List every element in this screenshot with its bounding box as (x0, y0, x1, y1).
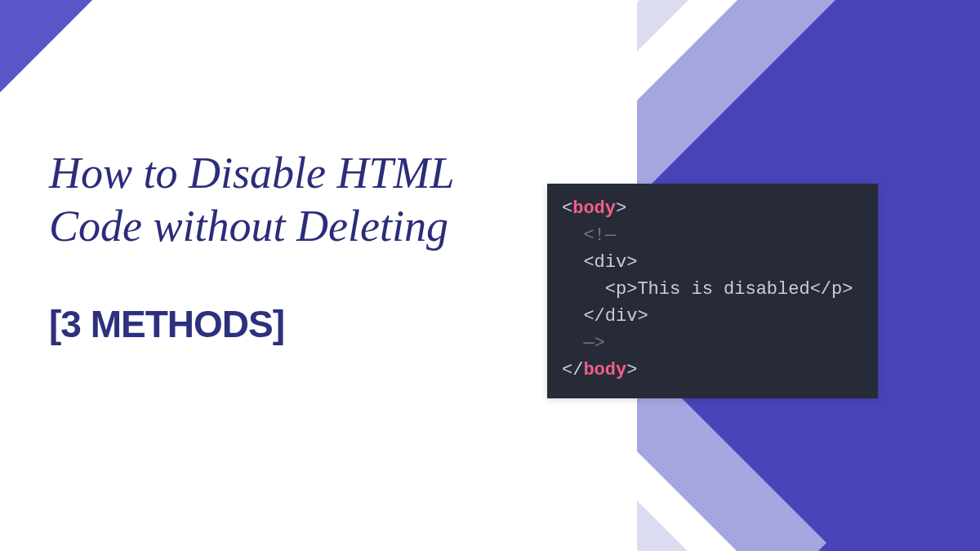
main-content: How to Disable HTML Code without Deletin… (49, 147, 506, 346)
corner-triangle-top-left (0, 0, 92, 92)
code-line-6: —> (562, 330, 863, 357)
code-line-1: <body> (562, 195, 863, 222)
code-line-3: <div> (562, 249, 863, 276)
page-title: How to Disable HTML Code without Deletin… (49, 147, 506, 253)
page-subtitle: [3 METHODS] (49, 302, 506, 346)
code-line-4: <p>This is disabled</p> (562, 276, 863, 303)
code-line-5: </div> (562, 303, 863, 330)
code-snippet: <body> <!— <div> <p>This is disabled</p>… (547, 184, 878, 398)
code-line-7: </body> (562, 357, 863, 384)
code-line-2: <!— (562, 222, 863, 249)
